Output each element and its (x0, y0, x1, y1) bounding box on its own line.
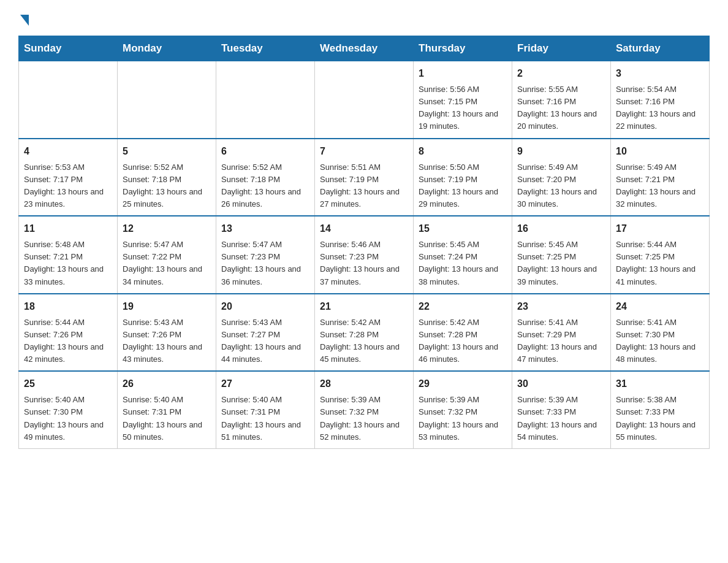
day-info: Sunrise: 5:41 AM Sunset: 7:30 PM Dayligh… (616, 316, 704, 366)
day-number: 11 (24, 221, 112, 236)
calendar-cell: 19Sunrise: 5:43 AM Sunset: 7:26 PM Dayli… (118, 294, 216, 372)
calendar-cell (19, 61, 118, 139)
calendar-cell: 2Sunrise: 5:55 AM Sunset: 7:16 PM Daylig… (512, 61, 611, 139)
day-number: 31 (616, 377, 704, 391)
day-number: 21 (320, 299, 408, 314)
day-info: Sunrise: 5:43 AM Sunset: 7:27 PM Dayligh… (221, 316, 309, 366)
day-info: Sunrise: 5:43 AM Sunset: 7:26 PM Dayligh… (123, 316, 211, 366)
calendar-week-row: 25Sunrise: 5:40 AM Sunset: 7:30 PM Dayli… (19, 371, 710, 448)
calendar-cell: 7Sunrise: 5:51 AM Sunset: 7:19 PM Daylig… (315, 139, 414, 216)
day-number: 22 (419, 299, 507, 314)
day-info: Sunrise: 5:44 AM Sunset: 7:26 PM Dayligh… (24, 316, 112, 366)
day-info: Sunrise: 5:45 AM Sunset: 7:25 PM Dayligh… (517, 239, 605, 288)
day-number: 29 (419, 377, 507, 391)
day-number: 6 (221, 144, 309, 159)
day-number: 16 (517, 221, 605, 236)
day-info: Sunrise: 5:56 AM Sunset: 7:15 PM Dayligh… (419, 83, 507, 133)
day-of-week-header: Tuesday (216, 36, 315, 61)
day-number: 28 (320, 377, 408, 391)
calendar-cell: 27Sunrise: 5:40 AM Sunset: 7:31 PM Dayli… (216, 371, 315, 448)
day-info: Sunrise: 5:41 AM Sunset: 7:29 PM Dayligh… (517, 316, 605, 366)
calendar-cell (216, 61, 315, 139)
calendar-week-row: 4Sunrise: 5:53 AM Sunset: 7:17 PM Daylig… (19, 139, 710, 216)
day-number: 30 (517, 377, 605, 391)
day-number: 12 (123, 221, 211, 236)
calendar-cell: 12Sunrise: 5:47 AM Sunset: 7:22 PM Dayli… (118, 216, 216, 294)
day-of-week-header: Friday (512, 36, 611, 61)
day-number: 8 (419, 144, 507, 159)
day-info: Sunrise: 5:46 AM Sunset: 7:23 PM Dayligh… (320, 239, 408, 288)
calendar-cell: 11Sunrise: 5:48 AM Sunset: 7:21 PM Dayli… (19, 216, 118, 294)
calendar-cell: 16Sunrise: 5:45 AM Sunset: 7:25 PM Dayli… (512, 216, 611, 294)
calendar-week-row: 1Sunrise: 5:56 AM Sunset: 7:15 PM Daylig… (19, 61, 710, 139)
day-info: Sunrise: 5:40 AM Sunset: 7:31 PM Dayligh… (221, 394, 309, 443)
calendar-cell: 18Sunrise: 5:44 AM Sunset: 7:26 PM Dayli… (19, 294, 118, 372)
day-number: 13 (221, 221, 309, 236)
day-number: 26 (123, 377, 211, 391)
day-info: Sunrise: 5:51 AM Sunset: 7:19 PM Dayligh… (320, 161, 408, 211)
day-info: Sunrise: 5:40 AM Sunset: 7:30 PM Dayligh… (24, 394, 112, 443)
calendar-week-row: 11Sunrise: 5:48 AM Sunset: 7:21 PM Dayli… (19, 216, 710, 294)
day-info: Sunrise: 5:48 AM Sunset: 7:21 PM Dayligh… (24, 239, 112, 288)
day-of-week-header: Sunday (19, 36, 118, 61)
day-info: Sunrise: 5:54 AM Sunset: 7:16 PM Dayligh… (616, 83, 704, 133)
calendar-cell: 15Sunrise: 5:45 AM Sunset: 7:24 PM Dayli… (414, 216, 512, 294)
day-info: Sunrise: 5:49 AM Sunset: 7:21 PM Dayligh… (616, 161, 704, 211)
day-number: 14 (320, 221, 408, 236)
calendar-cell: 4Sunrise: 5:53 AM Sunset: 7:17 PM Daylig… (19, 139, 118, 216)
calendar-cell: 22Sunrise: 5:42 AM Sunset: 7:28 PM Dayli… (414, 294, 512, 372)
day-info: Sunrise: 5:42 AM Sunset: 7:28 PM Dayligh… (419, 316, 507, 366)
day-number: 3 (616, 66, 704, 81)
day-info: Sunrise: 5:45 AM Sunset: 7:24 PM Dayligh… (419, 239, 507, 288)
day-info: Sunrise: 5:49 AM Sunset: 7:20 PM Dayligh… (517, 161, 605, 211)
logo (18, 12, 29, 23)
calendar-cell: 3Sunrise: 5:54 AM Sunset: 7:16 PM Daylig… (611, 61, 710, 139)
calendar-cell: 25Sunrise: 5:40 AM Sunset: 7:30 PM Dayli… (19, 371, 118, 448)
logo-triangle-icon (20, 15, 29, 26)
day-number: 15 (419, 221, 507, 236)
day-info: Sunrise: 5:52 AM Sunset: 7:18 PM Dayligh… (221, 161, 309, 211)
day-info: Sunrise: 5:55 AM Sunset: 7:16 PM Dayligh… (517, 83, 605, 133)
day-number: 19 (123, 299, 211, 314)
calendar-cell: 30Sunrise: 5:39 AM Sunset: 7:33 PM Dayli… (512, 371, 611, 448)
calendar-table: SundayMondayTuesdayWednesdayThursdayFrid… (18, 36, 710, 449)
day-of-week-header: Saturday (611, 36, 710, 61)
calendar-cell: 21Sunrise: 5:42 AM Sunset: 7:28 PM Dayli… (315, 294, 414, 372)
day-number: 18 (24, 299, 112, 314)
calendar-cell: 9Sunrise: 5:49 AM Sunset: 7:20 PM Daylig… (512, 139, 611, 216)
calendar-cell: 8Sunrise: 5:50 AM Sunset: 7:19 PM Daylig… (414, 139, 512, 216)
page-header (18, 12, 710, 23)
calendar-cell: 29Sunrise: 5:39 AM Sunset: 7:32 PM Dayli… (414, 371, 512, 448)
calendar-cell: 10Sunrise: 5:49 AM Sunset: 7:21 PM Dayli… (611, 139, 710, 216)
calendar-cell: 1Sunrise: 5:56 AM Sunset: 7:15 PM Daylig… (414, 61, 512, 139)
calendar-cell: 6Sunrise: 5:52 AM Sunset: 7:18 PM Daylig… (216, 139, 315, 216)
day-of-week-header: Thursday (414, 36, 512, 61)
day-number: 24 (616, 299, 704, 314)
calendar-cell: 24Sunrise: 5:41 AM Sunset: 7:30 PM Dayli… (611, 294, 710, 372)
day-info: Sunrise: 5:52 AM Sunset: 7:18 PM Dayligh… (123, 161, 211, 211)
day-info: Sunrise: 5:39 AM Sunset: 7:33 PM Dayligh… (517, 394, 605, 443)
day-number: 17 (616, 221, 704, 236)
day-of-week-header: Wednesday (315, 36, 414, 61)
day-info: Sunrise: 5:42 AM Sunset: 7:28 PM Dayligh… (320, 316, 408, 366)
day-info: Sunrise: 5:47 AM Sunset: 7:22 PM Dayligh… (123, 239, 211, 288)
day-of-week-header: Monday (118, 36, 216, 61)
calendar-cell: 23Sunrise: 5:41 AM Sunset: 7:29 PM Dayli… (512, 294, 611, 372)
day-info: Sunrise: 5:40 AM Sunset: 7:31 PM Dayligh… (123, 394, 211, 443)
calendar-cell: 13Sunrise: 5:47 AM Sunset: 7:23 PM Dayli… (216, 216, 315, 294)
day-number: 10 (616, 144, 704, 159)
calendar-cell: 5Sunrise: 5:52 AM Sunset: 7:18 PM Daylig… (118, 139, 216, 216)
day-info: Sunrise: 5:39 AM Sunset: 7:32 PM Dayligh… (419, 394, 507, 443)
day-info: Sunrise: 5:44 AM Sunset: 7:25 PM Dayligh… (616, 239, 704, 288)
day-number: 1 (419, 66, 507, 81)
day-number: 9 (517, 144, 605, 159)
calendar-cell (118, 61, 216, 139)
calendar-cell: 14Sunrise: 5:46 AM Sunset: 7:23 PM Dayli… (315, 216, 414, 294)
day-number: 27 (221, 377, 309, 391)
calendar-cell: 17Sunrise: 5:44 AM Sunset: 7:25 PM Dayli… (611, 216, 710, 294)
day-info: Sunrise: 5:38 AM Sunset: 7:33 PM Dayligh… (616, 394, 704, 443)
day-number: 5 (123, 144, 211, 159)
calendar-week-row: 18Sunrise: 5:44 AM Sunset: 7:26 PM Dayli… (19, 294, 710, 372)
calendar-cell: 20Sunrise: 5:43 AM Sunset: 7:27 PM Dayli… (216, 294, 315, 372)
day-number: 4 (24, 144, 112, 159)
